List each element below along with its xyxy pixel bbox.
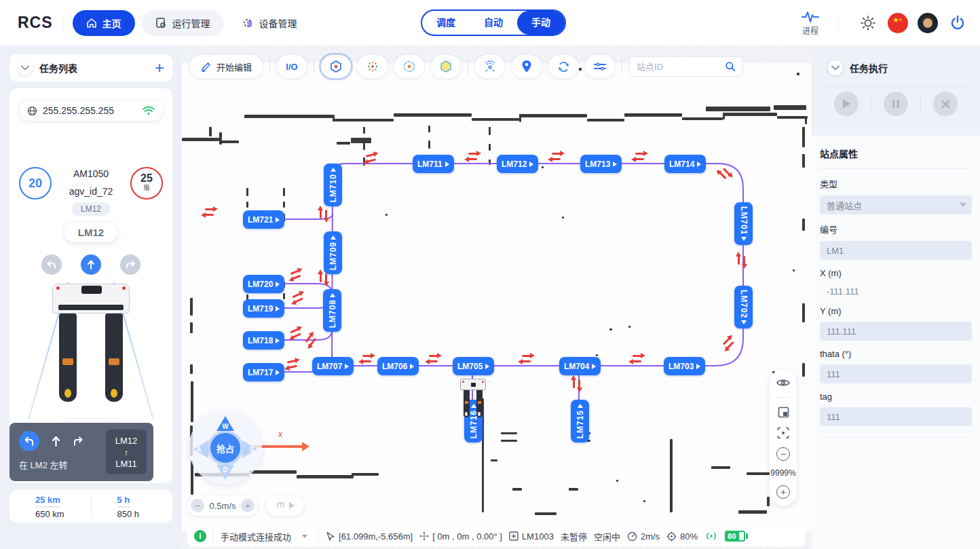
station-LM711[interactable]: LM711 [413,155,454,173]
theme-toggle[interactable] [858,13,878,33]
map-wall [797,73,799,75]
station-LM701[interactable]: LM701 [734,202,753,245]
locate-button[interactable] [512,55,542,78]
lidar-button[interactable] [475,55,505,78]
collapse-button[interactable] [18,60,33,75]
station-LM721[interactable]: LM721 [243,210,284,229]
play-task-button[interactable] [834,92,859,116]
message-dropdown-caret[interactable] [302,535,307,538]
filter-settings-button[interactable] [585,55,615,78]
agv-ip-bar[interactable]: 255.255.255.255 [19,100,163,121]
divider [820,86,972,87]
tag-input[interactable]: 111 [820,407,972,426]
station-LM719[interactable]: LM719 [243,299,284,318]
map-wall [774,105,806,110]
power-icon [949,14,966,32]
joystick-key-w[interactable]: W [216,416,234,431]
nav-home[interactable]: 主页 [73,10,135,36]
station-LM710[interactable]: LM710 [324,164,342,206]
collapse-button[interactable] [828,60,843,75]
station-LM706[interactable]: LM706 [377,357,419,375]
station-LM709[interactable]: LM709 [324,231,342,274]
station-search[interactable] [629,56,743,77]
cancel-task-button[interactable] [933,92,958,116]
joystick-key-d[interactable]: S [242,440,257,458]
pause-task-button[interactable] [884,92,908,116]
power-button[interactable] [947,13,968,33]
sliders-icon [593,61,607,72]
nav-device[interactable]: 设备管理 [228,10,311,36]
go-straight-indicator[interactable] [81,254,101,275]
seize-control-button[interactable]: 抢占 [208,430,243,466]
zoom-out-button[interactable]: − [776,447,791,461]
station-LM705[interactable]: LM705 [453,357,494,375]
add-task-button[interactable]: + [155,61,164,75]
number-input[interactable]: LM1 [820,241,972,260]
map-wall [643,500,645,502]
speed-increase-button[interactable]: + [241,499,255,512]
joystick-key-a[interactable]: A [193,440,208,458]
map-wall [777,116,808,119]
station-LM715[interactable]: LM715 [571,400,589,442]
type-select[interactable]: 普通站点 [820,195,972,214]
fork-control[interactable] [266,495,304,516]
map-wall [682,117,723,120]
language-flag-button[interactable]: ★ ★ [888,13,908,33]
mode-dispatch[interactable]: 调度 [422,11,470,35]
user-avatar[interactable] [918,13,938,33]
waveform-icon [802,10,819,24]
turn-left-indicator[interactable] [41,254,62,275]
layer-zone-button[interactable] [431,55,461,78]
mode-auto[interactable]: 自动 [470,11,517,35]
mode-manual[interactable]: 手动 [517,11,565,35]
play-icon [842,98,851,109]
station-LM704[interactable]: LM704 [559,357,601,375]
station-LM708[interactable]: LM708 [323,289,341,332]
map-wall [489,127,491,135]
center-focus-button[interactable] [776,426,791,440]
map-canvas[interactable]: LM711LM712LM713LM714LM703LM704LM705LM706… [182,63,812,531]
station-LM718[interactable]: LM718 [243,331,284,349]
station-LM702[interactable]: LM702 [734,286,753,328]
zoom-in-button[interactable]: + [776,485,791,499]
hexagon-node-icon [329,60,343,73]
layer-station-button[interactable] [321,55,351,78]
chevron-down-icon [21,65,29,71]
cursor-icon [326,531,335,541]
task-list-panel: 任务列表 + 255.255.255.255 20 25限 AM1050 agv… [0,45,182,549]
visibility-button[interactable] [776,376,791,390]
mode-switch: 调度 自动 手动 [421,10,566,36]
map-wall [562,216,564,219]
y-input[interactable]: 111.111 [820,322,972,341]
minimap-button[interactable] [776,405,791,419]
process-button[interactable]: 进程 [802,10,819,36]
station-LM717[interactable]: LM717 [243,363,284,381]
speed-decrease-button[interactable]: − [191,499,204,512]
turn-right-indicator[interactable] [120,254,140,275]
io-button[interactable]: I/O [277,55,307,78]
layer-points-button[interactable] [358,55,388,78]
joystick-key-s[interactable]: D [216,465,234,480]
layer-hex-point-button[interactable] [394,55,424,78]
station-LM720[interactable]: LM720 [243,275,284,293]
gear-list-icon [242,17,254,29]
refresh-button[interactable] [548,55,578,78]
route-direction-arrows [366,153,377,162]
station-LM703[interactable]: LM703 [664,357,705,375]
nav-operation[interactable]: 运行管理 [142,10,224,36]
station-LM713[interactable]: LM713 [580,155,622,173]
station-LM707[interactable]: LM707 [312,357,354,375]
map-area[interactable]: LM711LM712LM713LM714LM703LM704LM705LM706… [182,45,812,549]
station-search-input[interactable] [637,62,719,72]
station-LM712[interactable]: LM712 [497,155,538,173]
station-LM714[interactable]: LM714 [664,155,706,173]
start-edit-button[interactable]: 开始编辑 [190,55,263,78]
divider [622,59,622,74]
map-wall [363,127,365,134]
route-direction-arrows [635,153,645,160]
theta-input[interactable]: 111 [820,364,972,383]
map-wall [190,298,193,316]
close-icon [941,100,950,109]
speed-status: 2m/s [627,531,660,542]
agv-on-map[interactable] [460,379,486,418]
